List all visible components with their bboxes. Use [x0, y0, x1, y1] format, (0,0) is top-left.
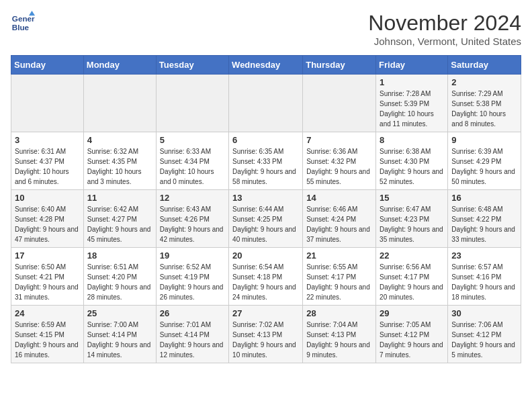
- day-number: 18: [87, 250, 152, 261]
- day-number: 22: [380, 250, 444, 261]
- day-info: Sunrise: 6:57 AMSunset: 4:16 PMDaylight:…: [451, 262, 517, 302]
- calendar-cell: 28Sunrise: 7:04 AMSunset: 4:13 PMDayligh…: [303, 306, 376, 363]
- day-number: 17: [15, 250, 80, 261]
- calendar-cell: 14Sunrise: 6:46 AMSunset: 4:24 PMDayligh…: [303, 190, 376, 248]
- calendar-cell: 26Sunrise: 7:01 AMSunset: 4:14 PMDayligh…: [156, 306, 228, 363]
- day-info: Sunrise: 6:51 AMSunset: 4:20 PMDaylight:…: [87, 262, 152, 302]
- day-info: Sunrise: 6:47 AMSunset: 4:23 PMDaylight:…: [380, 204, 444, 244]
- day-info: Sunrise: 6:40 AMSunset: 4:28 PMDaylight:…: [15, 204, 80, 244]
- calendar: SundayMondayTuesdayWednesdayThursdayFrid…: [11, 55, 521, 363]
- day-info: Sunrise: 6:59 AMSunset: 4:15 PMDaylight:…: [15, 320, 80, 360]
- calendar-header-row: SundayMondayTuesdayWednesdayThursdayFrid…: [11, 56, 521, 75]
- calendar-cell: 29Sunrise: 7:05 AMSunset: 4:12 PMDayligh…: [376, 306, 448, 363]
- calendar-week-row: 10Sunrise: 6:40 AMSunset: 4:28 PMDayligh…: [11, 190, 521, 248]
- calendar-cell: 20Sunrise: 6:54 AMSunset: 4:18 PMDayligh…: [229, 248, 303, 306]
- calendar-cell: 17Sunrise: 6:50 AMSunset: 4:21 PMDayligh…: [11, 248, 84, 306]
- calendar-cell: 16Sunrise: 6:48 AMSunset: 4:22 PMDayligh…: [448, 190, 521, 248]
- day-number: 1: [380, 77, 444, 87]
- calendar-cell: [229, 75, 303, 132]
- calendar-cell: 3Sunrise: 6:31 AMSunset: 4:37 PMDaylight…: [11, 132, 84, 190]
- day-number: 30: [451, 308, 517, 318]
- calendar-cell: [156, 75, 228, 132]
- svg-text:Blue: Blue: [12, 23, 30, 32]
- day-number: 27: [232, 308, 299, 318]
- calendar-week-row: 24Sunrise: 6:59 AMSunset: 4:15 PMDayligh…: [11, 306, 521, 363]
- location: Johnson, Vermont, United States: [368, 36, 521, 47]
- day-number: 24: [15, 308, 80, 318]
- day-number: 5: [160, 135, 225, 145]
- day-number: 6: [232, 135, 299, 145]
- day-info: Sunrise: 7:28 AMSunset: 5:39 PMDaylight:…: [380, 89, 444, 129]
- day-number: 4: [87, 135, 152, 145]
- day-number: 26: [160, 308, 225, 318]
- logo: General Blue: [11, 11, 35, 35]
- day-info: Sunrise: 7:01 AMSunset: 4:14 PMDaylight:…: [160, 320, 225, 360]
- day-info: Sunrise: 6:55 AMSunset: 4:17 PMDaylight:…: [306, 262, 372, 302]
- calendar-cell: [83, 75, 156, 132]
- day-info: Sunrise: 6:39 AMSunset: 4:29 PMDaylight:…: [451, 146, 517, 187]
- day-number: 25: [87, 308, 152, 318]
- calendar-cell: 10Sunrise: 6:40 AMSunset: 4:28 PMDayligh…: [11, 190, 84, 248]
- calendar-cell: 8Sunrise: 6:38 AMSunset: 4:30 PMDaylight…: [376, 132, 448, 190]
- day-number: 15: [380, 193, 444, 203]
- calendar-cell: 27Sunrise: 7:02 AMSunset: 4:13 PMDayligh…: [229, 306, 303, 363]
- day-info: Sunrise: 7:05 AMSunset: 4:12 PMDaylight:…: [380, 320, 444, 360]
- day-of-week-header: Wednesday: [229, 56, 303, 75]
- day-number: 9: [451, 135, 517, 145]
- day-of-week-header: Friday: [376, 56, 448, 75]
- day-of-week-header: Monday: [83, 56, 156, 75]
- calendar-cell: 1Sunrise: 7:28 AMSunset: 5:39 PMDaylight…: [376, 75, 448, 132]
- title-section: November 2024 Johnson, Vermont, United S…: [368, 11, 521, 47]
- day-info: Sunrise: 6:52 AMSunset: 4:19 PMDaylight:…: [160, 262, 225, 302]
- day-number: 12: [160, 193, 225, 203]
- day-of-week-header: Sunday: [11, 56, 84, 75]
- calendar-cell: [11, 75, 84, 132]
- day-info: Sunrise: 6:56 AMSunset: 4:17 PMDaylight:…: [380, 262, 444, 302]
- calendar-cell: 13Sunrise: 6:44 AMSunset: 4:25 PMDayligh…: [229, 190, 303, 248]
- calendar-week-row: 17Sunrise: 6:50 AMSunset: 4:21 PMDayligh…: [11, 248, 521, 306]
- calendar-cell: 25Sunrise: 7:00 AMSunset: 4:14 PMDayligh…: [83, 306, 156, 363]
- logo-icon: General Blue: [11, 11, 35, 35]
- calendar-cell: 21Sunrise: 6:55 AMSunset: 4:17 PMDayligh…: [303, 248, 376, 306]
- calendar-cell: 4Sunrise: 6:32 AMSunset: 4:35 PMDaylight…: [83, 132, 156, 190]
- calendar-cell: 18Sunrise: 6:51 AMSunset: 4:20 PMDayligh…: [83, 248, 156, 306]
- day-info: Sunrise: 6:31 AMSunset: 4:37 PMDaylight:…: [15, 146, 80, 187]
- day-info: Sunrise: 7:02 AMSunset: 4:13 PMDaylight:…: [232, 320, 299, 360]
- day-number: 2: [451, 77, 517, 87]
- calendar-week-row: 3Sunrise: 6:31 AMSunset: 4:37 PMDaylight…: [11, 132, 521, 190]
- day-info: Sunrise: 6:50 AMSunset: 4:21 PMDaylight:…: [15, 262, 80, 302]
- month-title: November 2024: [368, 11, 521, 36]
- day-number: 10: [15, 193, 80, 203]
- day-number: 7: [306, 135, 372, 145]
- calendar-cell: 9Sunrise: 6:39 AMSunset: 4:29 PMDaylight…: [448, 132, 521, 190]
- day-info: Sunrise: 6:33 AMSunset: 4:34 PMDaylight:…: [160, 146, 225, 187]
- calendar-cell: 12Sunrise: 6:43 AMSunset: 4:26 PMDayligh…: [156, 190, 228, 248]
- day-number: 21: [306, 250, 372, 261]
- day-info: Sunrise: 6:42 AMSunset: 4:27 PMDaylight:…: [87, 204, 152, 244]
- calendar-week-row: 1Sunrise: 7:28 AMSunset: 5:39 PMDaylight…: [11, 75, 521, 132]
- day-number: 11: [87, 193, 152, 203]
- calendar-cell: 30Sunrise: 7:06 AMSunset: 4:12 PMDayligh…: [448, 306, 521, 363]
- day-of-week-header: Saturday: [448, 56, 521, 75]
- day-number: 13: [232, 193, 299, 203]
- day-number: 23: [451, 250, 517, 261]
- page-header: General Blue November 2024 Johnson, Verm…: [11, 11, 521, 47]
- calendar-cell: 24Sunrise: 6:59 AMSunset: 4:15 PMDayligh…: [11, 306, 84, 363]
- day-of-week-header: Tuesday: [156, 56, 228, 75]
- day-info: Sunrise: 6:48 AMSunset: 4:22 PMDaylight:…: [451, 204, 517, 244]
- calendar-cell: [303, 75, 376, 132]
- day-number: 8: [380, 135, 444, 145]
- day-info: Sunrise: 6:35 AMSunset: 4:33 PMDaylight:…: [232, 146, 299, 187]
- day-number: 28: [306, 308, 372, 318]
- day-info: Sunrise: 6:44 AMSunset: 4:25 PMDaylight:…: [232, 204, 299, 244]
- day-info: Sunrise: 6:38 AMSunset: 4:30 PMDaylight:…: [380, 146, 444, 187]
- day-info: Sunrise: 7:06 AMSunset: 4:12 PMDaylight:…: [451, 320, 517, 360]
- calendar-cell: 15Sunrise: 6:47 AMSunset: 4:23 PMDayligh…: [376, 190, 448, 248]
- calendar-cell: 11Sunrise: 6:42 AMSunset: 4:27 PMDayligh…: [83, 190, 156, 248]
- day-number: 20: [232, 250, 299, 261]
- svg-marker-2: [29, 11, 35, 15]
- day-info: Sunrise: 6:36 AMSunset: 4:32 PMDaylight:…: [306, 146, 372, 187]
- calendar-cell: 5Sunrise: 6:33 AMSunset: 4:34 PMDaylight…: [156, 132, 228, 190]
- day-info: Sunrise: 6:54 AMSunset: 4:18 PMDaylight:…: [232, 262, 299, 302]
- day-number: 3: [15, 135, 80, 145]
